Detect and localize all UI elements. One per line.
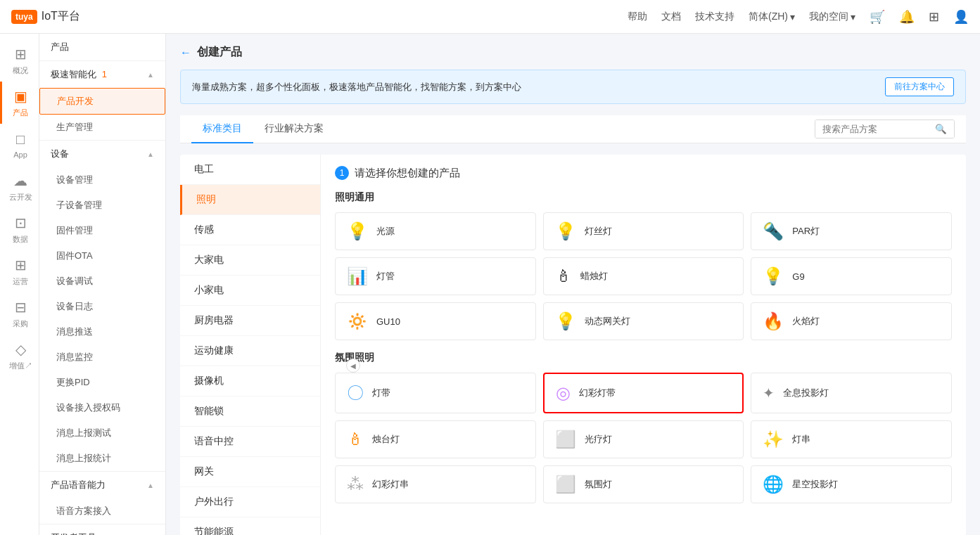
data-icon: ⊡	[15, 214, 27, 231]
left-nav-item-product-dev[interactable]: 产品开发	[39, 88, 165, 115]
cat-item-energy[interactable]: 节能能源	[180, 517, 320, 535]
lang-selector[interactable]: 简体(ZH) ▾	[749, 11, 795, 23]
left-nav-item-auth-code[interactable]: 设备接入授权码	[39, 395, 165, 420]
purchase-icon: ⊟	[15, 299, 27, 316]
user-icon[interactable]: 👤	[953, 9, 969, 25]
devtools-section-header[interactable]: 开发者工具 ▲	[39, 524, 165, 535]
cart-icon[interactable]: 🛒	[870, 9, 885, 25]
par-name: PAR灯	[792, 225, 820, 238]
overview-icon: ⊞	[15, 46, 27, 63]
search-button[interactable]: 🔍	[928, 120, 954, 138]
product-card-filament[interactable]: 💡 灯丝灯	[543, 212, 744, 250]
filament-icon: 💡	[555, 221, 576, 241]
voice-section-header[interactable]: 产品语音能力 ▲	[39, 472, 165, 498]
fast-section-title: 极速智能化	[51, 69, 96, 79]
left-nav-item-sub-device[interactable]: 子设备管理	[39, 193, 165, 218]
product-card-starlight[interactable]: 🌐 星空投影灯	[751, 465, 952, 503]
device-section-header[interactable]: 设备 ▲	[39, 141, 165, 167]
candle-icon: 🕯	[555, 266, 572, 286]
cat-item-camera[interactable]: 摄像机	[180, 366, 320, 397]
cat-item-gateway[interactable]: 网关	[180, 457, 320, 487]
sidebar-item-app[interactable]: □ App	[0, 124, 39, 166]
banner-btn[interactable]: 前往方案中心	[885, 77, 954, 96]
product-card-candle[interactable]: 🕯 蜡烛灯	[543, 257, 744, 295]
section-title-ambiance: 氛围照明	[335, 352, 952, 364]
colorstring-name: 幻彩灯串	[372, 478, 409, 491]
product-card-colorstrip[interactable]: ◎ 幻彩灯带	[543, 373, 744, 413]
cat-item-outdoor[interactable]: 户外出行	[180, 487, 320, 517]
content-area: ← 创建产品 海量成熟方案，超多个性化面板，极速落地产品智能化，找智能方案，到方…	[166, 34, 980, 535]
page-title: 创建产品	[197, 45, 242, 60]
left-nav-item-ota[interactable]: 固件OTA	[39, 243, 165, 269]
fast-section-header[interactable]: 极速智能化 1 ▲	[39, 61, 165, 88]
voice-caret: ▲	[147, 482, 154, 489]
product-card-hologram[interactable]: ✦ 全息投影灯	[751, 373, 952, 413]
docs-link[interactable]: 文档	[661, 11, 681, 23]
left-nav-item-firmware[interactable]: 固件管理	[39, 218, 165, 243]
sidebar-item-purchase[interactable]: ⊟ 采购	[0, 292, 39, 335]
cat-item-lock[interactable]: 智能锁	[180, 397, 320, 427]
sidebar-item-overview[interactable]: ⊞ 概况	[0, 39, 39, 82]
colorstring-icon: ⁂	[347, 475, 364, 494]
main-body: ⊞ 概况 ▣ 产品 □ App ☁ 云开发 ⊡ 数据 ⊞ 运营	[0, 34, 980, 535]
left-nav-item-production[interactable]: 生产管理	[39, 115, 165, 140]
product-card-therapy[interactable]: ⬜ 光疗灯	[543, 420, 744, 458]
app-icon: □	[16, 131, 25, 148]
cat-item-kitchen[interactable]: 厨房电器	[180, 306, 320, 336]
left-nav: 产品 极速智能化 1 ▲ 产品开发 生产管理 设备 ▲	[39, 34, 166, 535]
left-nav-item-msg-stats[interactable]: 消息上报统计	[39, 446, 165, 471]
sidebar-item-product[interactable]: ▣ 产品	[0, 82, 39, 124]
left-nav-item-device-mgmt[interactable]: 设备管理	[39, 167, 165, 193]
stringlight-icon: ✨	[763, 430, 784, 449]
collapse-sidebar-button[interactable]: ◀	[346, 359, 360, 373]
product-card-candleholder[interactable]: 🕯 烛台灯	[335, 420, 536, 458]
product-card-tube[interactable]: 📊 灯管	[335, 257, 536, 295]
product-card-colorstring[interactable]: ⁂ 幻彩灯串	[335, 465, 536, 503]
left-nav-section-voice: 产品语音能力 ▲ 语音方案接入	[39, 472, 165, 524]
purchase-label: 采购	[13, 318, 28, 329]
product-panel-title: 1 请选择你想创建的产品	[335, 166, 952, 180]
sidebar-item-ops[interactable]: ⊞ 运营	[0, 250, 39, 292]
help-link[interactable]: 帮助	[628, 11, 647, 23]
sidebar-item-value[interactable]: ◇ 增值↗	[0, 335, 39, 377]
par-icon: 🔦	[763, 221, 784, 241]
cat-item-small-appliance[interactable]: 小家电	[180, 276, 320, 306]
product-card-g9[interactable]: 💡 G9	[751, 257, 952, 295]
product-card-ambiance-light[interactable]: ⬜ 氛围灯	[543, 465, 744, 503]
left-nav-top-header[interactable]: 产品	[39, 34, 165, 60]
back-button[interactable]: ←	[180, 46, 191, 59]
product-card-stringlight[interactable]: ✨ 灯串	[751, 420, 952, 458]
left-nav-item-msg-test[interactable]: 消息上报测试	[39, 420, 165, 446]
product-card-gateway-light[interactable]: 💡 动态网关灯	[543, 302, 744, 340]
left-nav-item-log[interactable]: 设备日志	[39, 294, 165, 319]
tab-standard[interactable]: 标准类目	[191, 115, 253, 143]
section-title-common: 照明通用	[335, 191, 952, 204]
tab-industry[interactable]: 行业解决方案	[253, 115, 335, 143]
product-card-strip[interactable]: 〇 灯带	[335, 373, 536, 413]
product-card-par[interactable]: 🔦 PAR灯	[751, 212, 952, 250]
product-card-gu10[interactable]: 🔅 GU10	[335, 302, 536, 340]
product-card-lightsource[interactable]: 💡 光源	[335, 212, 536, 250]
my-space[interactable]: 我的空间 ▾	[809, 11, 855, 23]
cat-item-voice[interactable]: 语音中控	[180, 427, 320, 457]
device-caret: ▲	[147, 150, 154, 158]
bell-icon[interactable]: 🔔	[899, 9, 915, 25]
gu10-icon: 🔅	[347, 311, 368, 331]
left-nav-item-debug[interactable]: 设备调试	[39, 269, 165, 294]
cat-item-electrical[interactable]: 电工	[180, 155, 320, 185]
sidebar-item-data[interactable]: ⊡ 数据	[0, 208, 39, 250]
cat-item-sensor[interactable]: 传感	[180, 215, 320, 245]
sidebar-item-cloud[interactable]: ☁ 云开发	[0, 166, 39, 208]
cat-item-lighting[interactable]: 照明	[180, 185, 320, 215]
search-input[interactable]	[815, 120, 928, 138]
stringlight-name: 灯串	[792, 433, 810, 446]
product-card-flame[interactable]: 🔥 火焰灯	[751, 302, 952, 340]
left-nav-item-voice-access[interactable]: 语音方案接入	[39, 498, 165, 524]
grid-icon[interactable]: ⊞	[929, 9, 939, 25]
left-nav-item-msg-monitor[interactable]: 消息监控	[39, 344, 165, 370]
tech-support-link[interactable]: 技术支持	[695, 11, 734, 23]
left-nav-item-pid[interactable]: 更换PID	[39, 370, 165, 395]
cat-item-sports[interactable]: 运动健康	[180, 336, 320, 366]
cat-item-large-appliance[interactable]: 大家电	[180, 245, 320, 276]
left-nav-item-msg-push[interactable]: 消息推送	[39, 319, 165, 344]
